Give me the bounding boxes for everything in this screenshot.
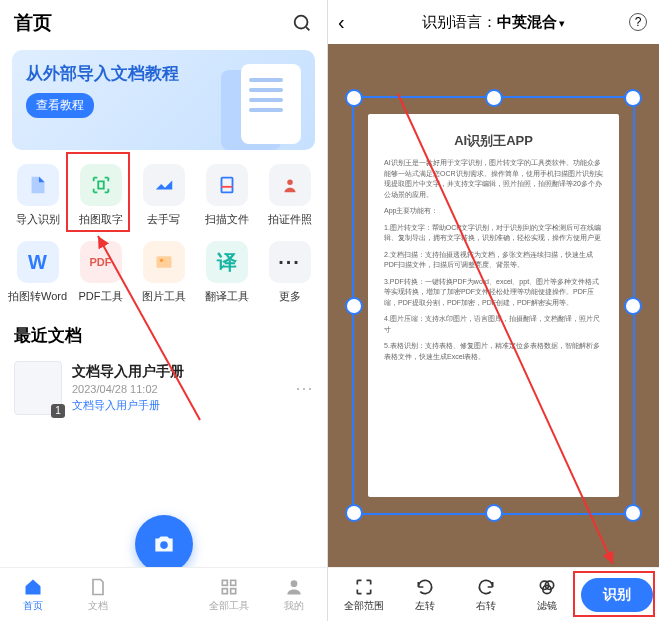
- doc-more-icon[interactable]: ⋯: [295, 377, 313, 399]
- crop-handle-bl[interactable]: [345, 504, 363, 522]
- nav-home[interactable]: 首页: [0, 568, 65, 621]
- doc-item[interactable]: 1 文档导入用户手册 2023/04/28 11:02 文档导入用户手册 ⋯: [0, 355, 327, 421]
- phone-illustration: [241, 64, 301, 144]
- crop-handle-br[interactable]: [624, 504, 642, 522]
- crop-handle-bm[interactable]: [485, 504, 503, 522]
- svg-rect-6: [222, 580, 227, 585]
- tool-translate[interactable]: 译翻译工具: [195, 237, 258, 310]
- nav-me[interactable]: 我的: [262, 568, 327, 621]
- phone-right: ‹ 识别语言：中英混合▾ ? AI识别王APP AI识别王是一款好用于文字识别，…: [328, 0, 659, 621]
- btn-filter[interactable]: 滤镜: [516, 577, 577, 613]
- tool-dehandwrite[interactable]: 去手写: [132, 160, 195, 233]
- chevron-down-icon: ▾: [559, 17, 565, 29]
- btn-rotate-right[interactable]: 右转: [456, 577, 517, 613]
- doc-date: 2023/04/28 11:02: [72, 383, 285, 395]
- phone-left: 首页 从外部导入文档教程 查看教程 导入识别 拍图取字 去手写 扫描文件 拍证件…: [0, 0, 328, 621]
- tools-grid: 导入识别 拍图取字 去手写 扫描文件 拍证件照 W拍图转Word PDFPDF工…: [0, 160, 327, 310]
- page-title: 首页: [14, 10, 52, 36]
- svg-point-5: [160, 541, 168, 549]
- tool-toword[interactable]: W拍图转Word: [6, 237, 69, 310]
- crop-handle-mr[interactable]: [624, 297, 642, 315]
- tool-image[interactable]: 图片工具: [132, 237, 195, 310]
- svg-rect-1: [221, 178, 232, 193]
- lang-label: 识别语言：: [422, 13, 497, 30]
- svg-rect-8: [222, 588, 227, 593]
- crop-handle-ml[interactable]: [345, 297, 363, 315]
- tool-import[interactable]: 导入识别: [6, 160, 69, 233]
- btn-recognize[interactable]: 识别: [581, 578, 653, 612]
- svg-point-0: [295, 16, 308, 29]
- svg-point-2: [287, 180, 293, 186]
- svg-point-10: [291, 580, 298, 587]
- language-selector[interactable]: 识别语言：中英混合▾: [422, 13, 565, 32]
- lang-value: 中英混合: [497, 13, 557, 30]
- crop-handle-tm[interactable]: [485, 89, 503, 107]
- back-icon[interactable]: ‹: [338, 11, 345, 34]
- import-tutorial-banner[interactable]: 从外部导入文档教程 查看教程: [12, 50, 315, 150]
- camera-icon: [151, 531, 177, 557]
- svg-rect-3: [156, 256, 171, 268]
- doc-name: 文档导入用户手册: [72, 363, 285, 381]
- tool-pdf[interactable]: PDFPDF工具: [69, 237, 132, 310]
- banner-cta[interactable]: 查看教程: [26, 93, 94, 118]
- search-icon[interactable]: [291, 12, 313, 34]
- doc-tag: 文档导入用户手册: [72, 398, 160, 413]
- crop-frame[interactable]: [352, 96, 635, 515]
- tool-more[interactable]: ···更多: [258, 237, 321, 310]
- tool-capture[interactable]: 拍图取字: [69, 160, 132, 233]
- tool-scan[interactable]: 扫描文件: [195, 160, 258, 233]
- nav-docs[interactable]: 文档: [65, 568, 130, 621]
- tool-idphoto[interactable]: 拍证件照: [258, 160, 321, 233]
- btn-rotate-left[interactable]: 左转: [395, 577, 456, 613]
- doc-count-badge: 1: [51, 404, 65, 418]
- doc-thumbnail: 1: [14, 361, 62, 415]
- bottom-nav: 首页 文档 . 全部工具 我的: [0, 567, 327, 621]
- help-icon[interactable]: ?: [629, 13, 647, 31]
- camera-fab[interactable]: [135, 515, 193, 573]
- svg-rect-7: [231, 580, 236, 585]
- nav-tools[interactable]: 全部工具: [196, 568, 261, 621]
- scan-toolbar: 全部范围 左转 右转 滤镜 识别: [328, 567, 659, 621]
- camera-viewport[interactable]: AI识别王APP AI识别王是一款好用于文字识别，图片转文字的工具类软件。功能众…: [328, 44, 659, 567]
- crop-handle-tl[interactable]: [345, 89, 363, 107]
- svg-rect-9: [231, 588, 236, 593]
- crop-handle-tr[interactable]: [624, 89, 642, 107]
- recent-docs-title: 最近文档: [0, 310, 327, 355]
- svg-point-4: [159, 259, 162, 262]
- btn-full-range[interactable]: 全部范围: [334, 577, 395, 613]
- scan-header: ‹ 识别语言：中英混合▾ ?: [328, 0, 659, 44]
